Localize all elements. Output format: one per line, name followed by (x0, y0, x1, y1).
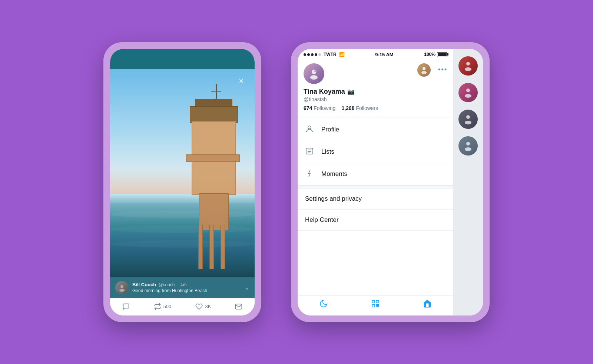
signal-dot-3 (311, 53, 314, 56)
pier-legs (198, 225, 225, 269)
retweet-icon (154, 303, 161, 310)
sidebar-avatar-4[interactable] (458, 136, 478, 156)
svg-point-24 (465, 121, 471, 124)
profile-name-row: Tina Koyama 📷 (304, 88, 447, 96)
signal-dot-2 (307, 53, 310, 56)
signal-dot-4 (315, 53, 317, 56)
profile-name: Tina Koyama (304, 88, 345, 96)
retweet-count: 500 (163, 304, 172, 309)
tweet-dot: · (177, 282, 178, 287)
profile-info: Tina Koyama 📷 @tinastsh 674 Following 1,… (298, 88, 453, 116)
signal-dot-1 (304, 53, 306, 56)
svg-rect-17 (376, 306, 377, 307)
profile-icon (305, 125, 314, 135)
svg-point-5 (423, 67, 425, 70)
camera-emoji: 📷 (347, 88, 355, 95)
svg-point-21 (466, 89, 470, 92)
menu-item-moments[interactable]: Moments (298, 163, 453, 186)
svg-point-22 (465, 94, 471, 98)
svg-rect-16 (378, 306, 379, 307)
right-phone: TWTR 📶 9:15 AM 100% (291, 42, 490, 322)
wave-1 (110, 211, 255, 218)
profile-menu-label: Profile (321, 126, 339, 133)
menu-item-profile[interactable]: Profile (298, 119, 453, 141)
qr-code-button[interactable] (371, 299, 380, 310)
current-user-avatar (417, 63, 431, 77)
svg-point-20 (465, 67, 471, 71)
menu-item-lists[interactable]: Lists (298, 141, 453, 163)
svg-point-3 (310, 75, 318, 80)
moments-menu-label: Moments (321, 170, 347, 178)
avatar-sidebar (453, 49, 483, 315)
sidebar-avatar-2[interactable] (458, 83, 478, 102)
menu-item-help[interactable]: Help Center (298, 210, 453, 231)
profile-stats: 674 Following 1,268 Followers (304, 105, 447, 111)
pier-leg-3 (221, 225, 225, 269)
retweet-action[interactable]: 500 (154, 303, 172, 310)
dm-icon (235, 303, 242, 310)
qr-icon (371, 299, 380, 308)
svg-point-4 (314, 70, 317, 72)
tweet-username: Bill Couch (132, 282, 156, 287)
sidebar-avatar-1[interactable] (458, 56, 478, 76)
sidebar-person-1-icon (462, 60, 474, 72)
status-bar: TWTR 📶 9:15 AM 100% (298, 49, 453, 59)
svg-rect-15 (376, 304, 377, 305)
reply-icon (122, 303, 130, 310)
menu-item-settings[interactable]: Settings and privacy (298, 188, 453, 210)
svg-point-25 (466, 142, 470, 146)
svg-point-6 (421, 71, 427, 74)
profile-header: ••• (298, 59, 453, 88)
pier-leg-1 (198, 225, 203, 269)
following-stat[interactable]: 674 Following (304, 105, 335, 111)
avatar-icon (118, 284, 126, 292)
tweet-expand-icon[interactable]: ⌄ (245, 284, 249, 291)
left-phone-screen: × Bill Couch @couch · 4m Good morning fr… (110, 49, 255, 315)
night-mode-button[interactable] (319, 299, 328, 310)
avatar-person-icon (307, 67, 321, 80)
svg-rect-13 (376, 300, 379, 303)
profile-handle: @tinastsh (304, 96, 447, 102)
svg-point-23 (466, 115, 470, 119)
svg-point-7 (308, 126, 311, 129)
sidebar-avatar-3[interactable] (458, 110, 478, 129)
action-bar: 500 3K (110, 298, 255, 315)
bottom-nav (298, 295, 453, 315)
left-phone: × Bill Couch @couch · 4m Good morning fr… (103, 42, 261, 322)
tweet-bar-header: Bill Couch @couch · 4m (132, 282, 241, 287)
reply-action[interactable] (122, 303, 130, 310)
followers-label: Followers (356, 105, 378, 111)
followers-stat[interactable]: 1,268 Followers (341, 105, 378, 111)
close-button[interactable]: × (235, 75, 247, 87)
person-icon (305, 125, 314, 133)
menu-divider (298, 186, 453, 188)
lists-icon (305, 147, 314, 157)
ocean-background (110, 203, 255, 277)
svg-point-0 (120, 285, 123, 288)
balcony (186, 154, 240, 162)
carrier-name: TWTR (324, 52, 337, 57)
lists-menu-label: Lists (321, 148, 334, 156)
battery-icon (437, 52, 447, 57)
status-right: 100% (424, 52, 447, 57)
dm-action[interactable] (235, 303, 242, 310)
moon-icon (319, 299, 328, 308)
right-phone-screen: TWTR 📶 9:15 AM 100% (298, 49, 483, 315)
more-options-icon[interactable]: ••• (438, 66, 447, 74)
svg-rect-14 (372, 304, 375, 307)
wifi-icon: 📶 (339, 52, 345, 57)
sidebar-person-2-icon (462, 86, 474, 99)
menu-main: TWTR 📶 9:15 AM 100% (298, 49, 453, 315)
signal-dot-5 (318, 53, 321, 56)
antenna-cross (211, 91, 221, 92)
following-label: Following (314, 105, 335, 111)
wave-3 (110, 240, 255, 248)
profile-avatar (304, 63, 324, 84)
building-roof (190, 106, 238, 123)
home-button[interactable] (423, 299, 432, 310)
tweet-time: 4m (180, 282, 187, 287)
like-action[interactable]: 3K (195, 303, 211, 310)
like-icon (195, 303, 203, 310)
tweet-image: × (110, 69, 255, 277)
status-left: TWTR 📶 (304, 52, 345, 57)
